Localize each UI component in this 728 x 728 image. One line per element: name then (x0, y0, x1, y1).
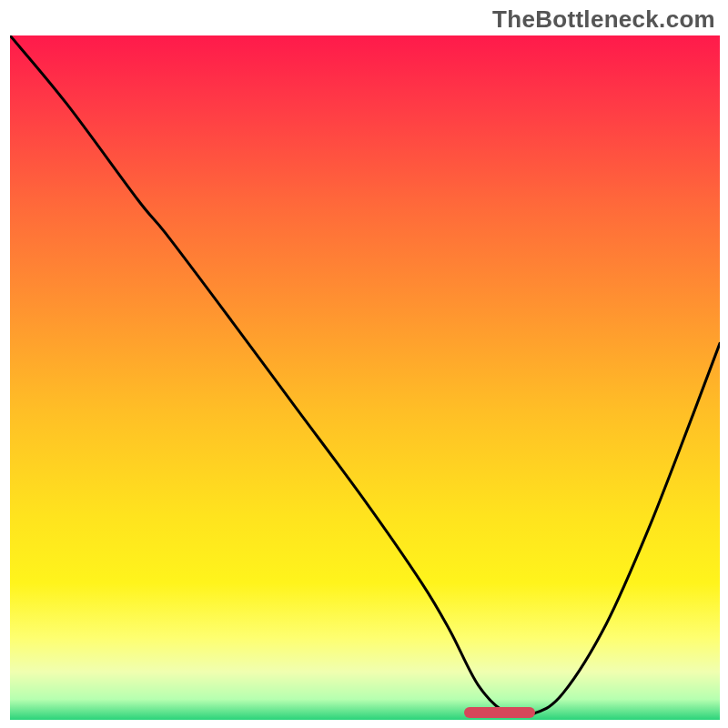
watermark-text: TheBottleneck.com (492, 5, 715, 34)
bottleneck-curve (10, 35, 720, 716)
curve-layer (10, 35, 720, 720)
chart-container: TheBottleneck.com (0, 0, 728, 728)
plot-area (9, 35, 719, 719)
optimal-range-marker (464, 707, 535, 718)
